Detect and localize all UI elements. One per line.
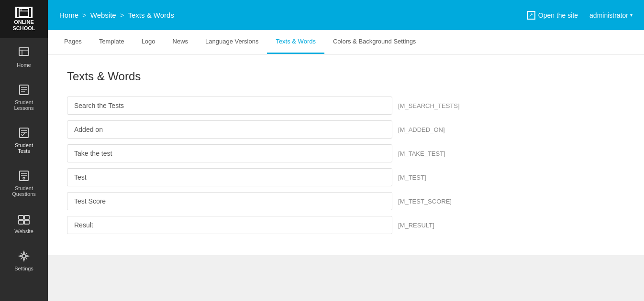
added-on-token: [M_ADDED_ON] [398, 126, 445, 133]
svg-rect-20 [24, 220, 29, 224]
open-site-label: Open the site [538, 11, 578, 19]
chevron-down-icon: ▾ [630, 12, 633, 18]
content-area: Pages Template Logo News Language Versio… [48, 30, 644, 301]
tab-template[interactable]: Template [90, 30, 133, 54]
sidebar-item-lessons-label: StudentLessons [14, 99, 34, 111]
breadcrumb-sep-1: > [82, 11, 87, 19]
breadcrumb-current: Texts & Words [128, 11, 174, 19]
home-icon [17, 46, 31, 59]
sidebar-item-settings[interactable]: Settings [0, 242, 48, 279]
form-row-test: [M_TEST] [67, 168, 625, 186]
main-area: Home > Website > Texts & Words ↗ Open th… [48, 0, 644, 301]
admin-dropdown[interactable]: administrator ▾ [589, 11, 633, 19]
sidebar: ONLINESCHOOL Home StudentLessons Student… [0, 0, 48, 301]
svg-point-16 [23, 177, 25, 179]
open-site-button[interactable]: ↗ Open the site [527, 11, 578, 20]
sidebar-item-website-label: Website [14, 228, 33, 234]
test-token: [M_TEST] [398, 174, 426, 181]
svg-rect-18 [24, 215, 29, 219]
tab-news[interactable]: News [164, 30, 197, 54]
svg-rect-3 [19, 48, 29, 55]
tests-icon [17, 126, 31, 140]
breadcrumb-sep-2: > [120, 11, 124, 19]
brand-icon [15, 7, 33, 18]
search-tests-token: [M_SEARCH_TESTS] [398, 102, 460, 109]
svg-rect-19 [19, 220, 23, 224]
breadcrumb-website[interactable]: Website [90, 11, 116, 19]
sidebar-item-student-questions[interactable]: StudentQuestions [0, 161, 48, 204]
svg-rect-0 [19, 9, 29, 16]
tabs-bar: Pages Template Logo News Language Versio… [48, 30, 644, 54]
questions-icon [17, 169, 31, 183]
svg-rect-6 [20, 85, 28, 95]
form-row-added-on: [M_ADDED_ON] [67, 120, 625, 139]
take-test-token: [M_TAKE_TEST] [398, 150, 445, 157]
added-on-input[interactable] [67, 120, 392, 139]
tab-language-versions[interactable]: Language Versions [197, 30, 267, 54]
sidebar-item-home[interactable]: Home [0, 38, 48, 75]
svg-rect-10 [20, 128, 28, 138]
form-row-result: [M_RESULT] [67, 216, 625, 234]
sidebar-item-tests-label: StudentTests [15, 142, 33, 154]
breadcrumb: Home > Website > Texts & Words [59, 11, 174, 19]
page-title: Texts & Words [67, 70, 625, 83]
result-input[interactable] [67, 216, 392, 234]
form-row-test-score: [M_TEST_SCORE] [67, 192, 625, 210]
result-token: [M_RESULT] [398, 222, 434, 229]
settings-icon [17, 249, 31, 263]
tab-pages[interactable]: Pages [56, 30, 90, 54]
sidebar-item-settings-label: Settings [14, 266, 33, 271]
breadcrumb-home[interactable]: Home [59, 11, 78, 19]
test-input[interactable] [67, 168, 392, 186]
search-tests-input[interactable] [67, 97, 392, 115]
test-score-token: [M_TEST_SCORE] [398, 198, 452, 205]
sidebar-item-website[interactable]: Website [0, 204, 48, 242]
tab-texts-words[interactable]: Texts & Words [267, 30, 324, 54]
take-test-input[interactable] [67, 144, 392, 162]
open-site-icon: ↗ [527, 11, 535, 20]
page-content: Texts & Words [M_SEARCH_TESTS] [M_ADDED_… [48, 54, 644, 255]
sidebar-item-home-label: Home [17, 62, 31, 68]
form-row-take-test: [M_TAKE_TEST] [67, 144, 625, 162]
test-score-input[interactable] [67, 192, 392, 210]
tab-colors-background[interactable]: Colors & Background Settings [324, 30, 424, 54]
website-icon [17, 212, 31, 226]
svg-rect-17 [19, 215, 23, 219]
sidebar-item-student-tests[interactable]: StudentTests [0, 118, 48, 161]
sidebar-item-questions-label: StudentQuestions [12, 185, 36, 197]
admin-label: administrator [589, 11, 628, 19]
brand-logo: ONLINESCHOOL [0, 0, 48, 38]
form-row-search-tests: [M_SEARCH_TESTS] [67, 97, 625, 115]
lessons-icon [17, 83, 31, 97]
sidebar-item-student-lessons[interactable]: StudentLessons [0, 75, 48, 118]
topnav-right: ↗ Open the site administrator ▾ [527, 11, 633, 20]
topnav: Home > Website > Texts & Words ↗ Open th… [48, 0, 644, 30]
brand-text: ONLINESCHOOL [12, 19, 35, 32]
tab-logo[interactable]: Logo [133, 30, 164, 54]
svg-point-22 [22, 255, 26, 258]
